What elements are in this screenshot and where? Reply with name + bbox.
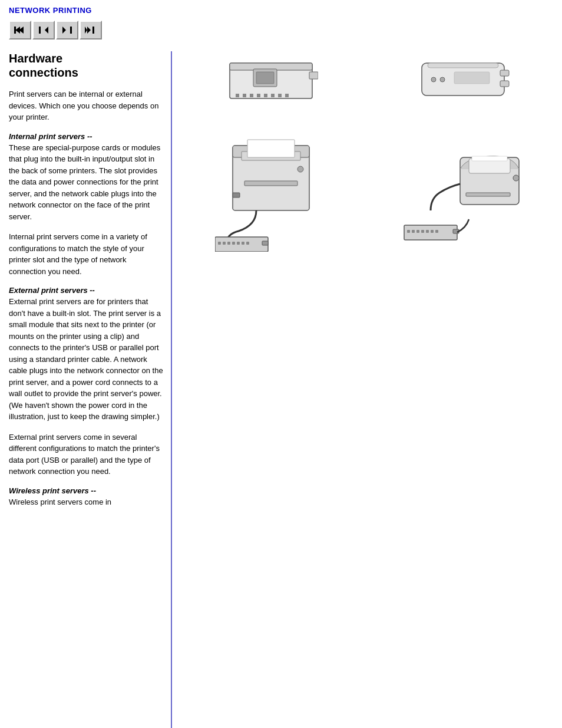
- svg-rect-41: [500, 70, 509, 76]
- intro-text: Print servers can be internal or externa…: [9, 88, 165, 123]
- svg-rect-54: [416, 230, 419, 233]
- svg-rect-15: [257, 94, 260, 97]
- svg-rect-57: [431, 230, 434, 233]
- right-illustrations: [361, 51, 553, 728]
- section-title-wireless: Wireless print servers --: [9, 486, 165, 495]
- nav-next-button[interactable]: [56, 21, 78, 39]
- section-body-internal-2: Internal print servers come in a variety…: [9, 231, 165, 277]
- svg-rect-18: [278, 94, 282, 97]
- svg-rect-13: [243, 94, 246, 97]
- svg-marker-5: [62, 27, 66, 34]
- nav-first-button[interactable]: [9, 21, 31, 39]
- page-title: NETWORK PRINTING: [9, 6, 553, 15]
- header: NETWORK PRINTING: [0, 0, 562, 51]
- svg-rect-31: [218, 242, 221, 245]
- section-body-external: External print servers are for printers …: [9, 296, 165, 423]
- left-panel: Hardwareconnections Print servers can be…: [9, 51, 171, 728]
- svg-rect-52: [407, 230, 410, 233]
- main-heading: Hardwareconnections: [9, 51, 165, 80]
- svg-point-50: [513, 175, 519, 181]
- section-title-internal: Internal print servers --: [9, 132, 165, 141]
- svg-rect-2: [14, 27, 16, 34]
- external-printer-server-illustration: [401, 134, 525, 252]
- svg-rect-56: [426, 230, 429, 233]
- svg-rect-16: [264, 94, 267, 97]
- internal-printer-illustration: [215, 122, 327, 252]
- svg-rect-36: [242, 242, 244, 245]
- svg-rect-40: [428, 63, 498, 68]
- svg-rect-29: [233, 193, 240, 197]
- svg-rect-25: [244, 181, 297, 186]
- right-panel: [171, 51, 553, 728]
- section-title-external: External print servers --: [9, 286, 165, 295]
- internal-server-card-illustration: [224, 51, 318, 110]
- svg-rect-32: [223, 242, 226, 245]
- svg-rect-12: [236, 94, 239, 97]
- svg-marker-3: [45, 27, 48, 34]
- svg-rect-14: [250, 94, 253, 97]
- svg-marker-1: [15, 27, 20, 34]
- section-body-internal: These are special-purpose cards or modul…: [9, 142, 165, 223]
- svg-rect-55: [421, 230, 424, 233]
- nav-buttons: [9, 21, 553, 39]
- section-body-external-2: External print servers come in several d…: [9, 431, 165, 477]
- nav-last-button[interactable]: [80, 21, 102, 39]
- left-illustrations: [181, 51, 361, 728]
- svg-rect-49: [466, 193, 510, 196]
- svg-rect-27: [247, 140, 295, 157]
- svg-marker-7: [85, 27, 87, 34]
- svg-rect-37: [246, 242, 249, 245]
- svg-rect-22: [309, 72, 318, 79]
- svg-rect-4: [39, 27, 41, 34]
- svg-rect-48: [472, 156, 507, 161]
- content-area: Hardwareconnections Print servers can be…: [0, 51, 562, 728]
- svg-rect-19: [285, 94, 289, 97]
- svg-rect-33: [227, 242, 230, 245]
- svg-rect-35: [237, 242, 240, 245]
- page: NETWORK PRINTING: [0, 0, 562, 728]
- nav-prev-button[interactable]: [32, 21, 55, 39]
- svg-rect-53: [412, 230, 415, 233]
- svg-rect-38: [262, 241, 268, 245]
- svg-point-43: [431, 77, 436, 82]
- svg-rect-9: [92, 27, 94, 34]
- section-body-wireless: Wireless print servers come in: [9, 496, 165, 508]
- svg-point-28: [297, 166, 303, 172]
- svg-rect-34: [232, 242, 235, 245]
- svg-rect-45: [454, 72, 490, 84]
- svg-marker-8: [87, 27, 91, 34]
- svg-point-44: [440, 77, 445, 82]
- svg-rect-17: [271, 94, 275, 97]
- svg-rect-42: [500, 81, 509, 87]
- svg-rect-6: [70, 27, 72, 34]
- external-server-device-illustration: [413, 51, 513, 110]
- svg-rect-21: [256, 72, 274, 84]
- svg-rect-58: [435, 230, 438, 233]
